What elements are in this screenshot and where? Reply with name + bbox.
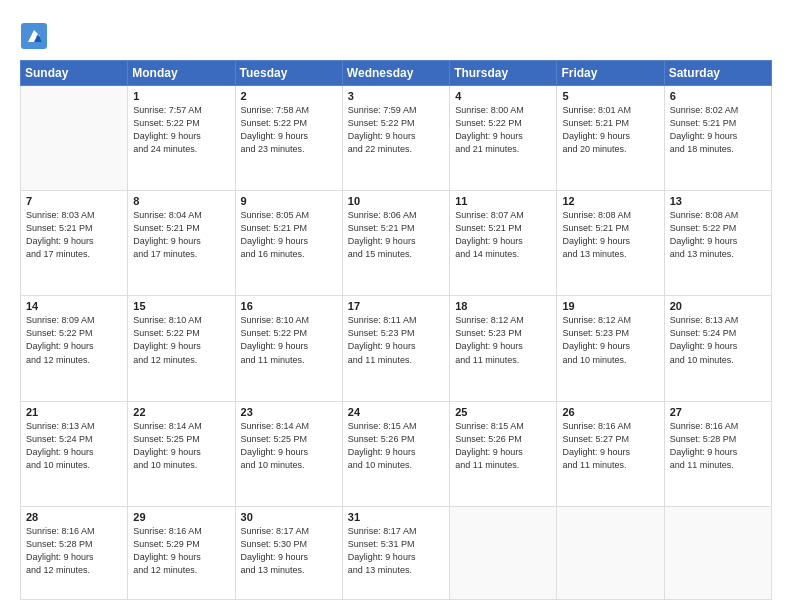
calendar-cell: 25Sunrise: 8:15 AM Sunset: 5:26 PM Dayli… (450, 401, 557, 506)
day-number: 31 (348, 511, 444, 523)
day-info: Sunrise: 8:13 AM Sunset: 5:24 PM Dayligh… (670, 314, 766, 366)
day-info: Sunrise: 8:17 AM Sunset: 5:31 PM Dayligh… (348, 525, 444, 577)
calendar-cell: 11Sunrise: 8:07 AM Sunset: 5:21 PM Dayli… (450, 191, 557, 296)
day-info: Sunrise: 8:16 AM Sunset: 5:28 PM Dayligh… (670, 420, 766, 472)
calendar-cell: 31Sunrise: 8:17 AM Sunset: 5:31 PM Dayli… (342, 506, 449, 599)
day-number: 28 (26, 511, 122, 523)
calendar-cell: 23Sunrise: 8:14 AM Sunset: 5:25 PM Dayli… (235, 401, 342, 506)
day-info: Sunrise: 8:03 AM Sunset: 5:21 PM Dayligh… (26, 209, 122, 261)
day-number: 21 (26, 406, 122, 418)
day-info: Sunrise: 8:15 AM Sunset: 5:26 PM Dayligh… (455, 420, 551, 472)
day-info: Sunrise: 8:10 AM Sunset: 5:22 PM Dayligh… (133, 314, 229, 366)
calendar-week-row: 21Sunrise: 8:13 AM Sunset: 5:24 PM Dayli… (21, 401, 772, 506)
day-info: Sunrise: 8:01 AM Sunset: 5:21 PM Dayligh… (562, 104, 658, 156)
calendar-cell: 15Sunrise: 8:10 AM Sunset: 5:22 PM Dayli… (128, 296, 235, 401)
page: SundayMondayTuesdayWednesdayThursdayFrid… (0, 0, 792, 612)
calendar-cell: 10Sunrise: 8:06 AM Sunset: 5:21 PM Dayli… (342, 191, 449, 296)
day-number: 3 (348, 90, 444, 102)
calendar-day-header: Monday (128, 61, 235, 86)
day-number: 24 (348, 406, 444, 418)
day-number: 17 (348, 300, 444, 312)
day-number: 8 (133, 195, 229, 207)
day-number: 4 (455, 90, 551, 102)
calendar-cell: 21Sunrise: 8:13 AM Sunset: 5:24 PM Dayli… (21, 401, 128, 506)
day-info: Sunrise: 8:02 AM Sunset: 5:21 PM Dayligh… (670, 104, 766, 156)
calendar-cell: 5Sunrise: 8:01 AM Sunset: 5:21 PM Daylig… (557, 86, 664, 191)
day-info: Sunrise: 8:13 AM Sunset: 5:24 PM Dayligh… (26, 420, 122, 472)
calendar-day-header: Thursday (450, 61, 557, 86)
day-number: 18 (455, 300, 551, 312)
calendar-day-header: Sunday (21, 61, 128, 86)
day-info: Sunrise: 8:14 AM Sunset: 5:25 PM Dayligh… (133, 420, 229, 472)
day-info: Sunrise: 8:15 AM Sunset: 5:26 PM Dayligh… (348, 420, 444, 472)
logo (20, 22, 52, 50)
day-info: Sunrise: 8:09 AM Sunset: 5:22 PM Dayligh… (26, 314, 122, 366)
day-info: Sunrise: 8:05 AM Sunset: 5:21 PM Dayligh… (241, 209, 337, 261)
day-info: Sunrise: 8:00 AM Sunset: 5:22 PM Dayligh… (455, 104, 551, 156)
calendar-cell: 24Sunrise: 8:15 AM Sunset: 5:26 PM Dayli… (342, 401, 449, 506)
calendar-cell: 4Sunrise: 8:00 AM Sunset: 5:22 PM Daylig… (450, 86, 557, 191)
day-info: Sunrise: 7:58 AM Sunset: 5:22 PM Dayligh… (241, 104, 337, 156)
day-info: Sunrise: 7:57 AM Sunset: 5:22 PM Dayligh… (133, 104, 229, 156)
calendar-header-row: SundayMondayTuesdayWednesdayThursdayFrid… (21, 61, 772, 86)
day-number: 7 (26, 195, 122, 207)
calendar-cell: 30Sunrise: 8:17 AM Sunset: 5:30 PM Dayli… (235, 506, 342, 599)
calendar-cell: 20Sunrise: 8:13 AM Sunset: 5:24 PM Dayli… (664, 296, 771, 401)
logo-icon (20, 22, 48, 50)
calendar-table: SundayMondayTuesdayWednesdayThursdayFrid… (20, 60, 772, 600)
calendar-cell: 18Sunrise: 8:12 AM Sunset: 5:23 PM Dayli… (450, 296, 557, 401)
day-number: 16 (241, 300, 337, 312)
calendar-cell: 27Sunrise: 8:16 AM Sunset: 5:28 PM Dayli… (664, 401, 771, 506)
calendar-cell: 3Sunrise: 7:59 AM Sunset: 5:22 PM Daylig… (342, 86, 449, 191)
calendar-cell: 7Sunrise: 8:03 AM Sunset: 5:21 PM Daylig… (21, 191, 128, 296)
calendar-week-row: 7Sunrise: 8:03 AM Sunset: 5:21 PM Daylig… (21, 191, 772, 296)
day-info: Sunrise: 8:12 AM Sunset: 5:23 PM Dayligh… (455, 314, 551, 366)
day-number: 22 (133, 406, 229, 418)
day-info: Sunrise: 8:08 AM Sunset: 5:21 PM Dayligh… (562, 209, 658, 261)
day-number: 23 (241, 406, 337, 418)
day-info: Sunrise: 8:14 AM Sunset: 5:25 PM Dayligh… (241, 420, 337, 472)
calendar-day-header: Wednesday (342, 61, 449, 86)
day-info: Sunrise: 8:10 AM Sunset: 5:22 PM Dayligh… (241, 314, 337, 366)
calendar-cell (21, 86, 128, 191)
calendar-cell: 16Sunrise: 8:10 AM Sunset: 5:22 PM Dayli… (235, 296, 342, 401)
day-number: 19 (562, 300, 658, 312)
calendar-cell (557, 506, 664, 599)
day-number: 14 (26, 300, 122, 312)
calendar-week-row: 1Sunrise: 7:57 AM Sunset: 5:22 PM Daylig… (21, 86, 772, 191)
calendar-cell: 19Sunrise: 8:12 AM Sunset: 5:23 PM Dayli… (557, 296, 664, 401)
day-info: Sunrise: 8:08 AM Sunset: 5:22 PM Dayligh… (670, 209, 766, 261)
calendar-cell: 1Sunrise: 7:57 AM Sunset: 5:22 PM Daylig… (128, 86, 235, 191)
day-info: Sunrise: 8:12 AM Sunset: 5:23 PM Dayligh… (562, 314, 658, 366)
calendar-day-header: Saturday (664, 61, 771, 86)
calendar-cell: 12Sunrise: 8:08 AM Sunset: 5:21 PM Dayli… (557, 191, 664, 296)
day-info: Sunrise: 8:07 AM Sunset: 5:21 PM Dayligh… (455, 209, 551, 261)
calendar-cell: 6Sunrise: 8:02 AM Sunset: 5:21 PM Daylig… (664, 86, 771, 191)
day-number: 30 (241, 511, 337, 523)
day-number: 12 (562, 195, 658, 207)
day-info: Sunrise: 8:17 AM Sunset: 5:30 PM Dayligh… (241, 525, 337, 577)
day-number: 2 (241, 90, 337, 102)
calendar-cell: 8Sunrise: 8:04 AM Sunset: 5:21 PM Daylig… (128, 191, 235, 296)
calendar-day-header: Friday (557, 61, 664, 86)
day-number: 20 (670, 300, 766, 312)
calendar-cell: 13Sunrise: 8:08 AM Sunset: 5:22 PM Dayli… (664, 191, 771, 296)
calendar-cell: 29Sunrise: 8:16 AM Sunset: 5:29 PM Dayli… (128, 506, 235, 599)
day-info: Sunrise: 7:59 AM Sunset: 5:22 PM Dayligh… (348, 104, 444, 156)
calendar-cell (664, 506, 771, 599)
day-number: 11 (455, 195, 551, 207)
calendar-cell: 2Sunrise: 7:58 AM Sunset: 5:22 PM Daylig… (235, 86, 342, 191)
calendar-cell: 28Sunrise: 8:16 AM Sunset: 5:28 PM Dayli… (21, 506, 128, 599)
calendar-cell: 14Sunrise: 8:09 AM Sunset: 5:22 PM Dayli… (21, 296, 128, 401)
calendar-week-row: 28Sunrise: 8:16 AM Sunset: 5:28 PM Dayli… (21, 506, 772, 599)
day-number: 27 (670, 406, 766, 418)
day-number: 6 (670, 90, 766, 102)
day-number: 26 (562, 406, 658, 418)
day-info: Sunrise: 8:16 AM Sunset: 5:27 PM Dayligh… (562, 420, 658, 472)
day-info: Sunrise: 8:16 AM Sunset: 5:29 PM Dayligh… (133, 525, 229, 577)
header (20, 18, 772, 50)
calendar-cell: 9Sunrise: 8:05 AM Sunset: 5:21 PM Daylig… (235, 191, 342, 296)
day-number: 15 (133, 300, 229, 312)
day-info: Sunrise: 8:11 AM Sunset: 5:23 PM Dayligh… (348, 314, 444, 366)
calendar-cell: 26Sunrise: 8:16 AM Sunset: 5:27 PM Dayli… (557, 401, 664, 506)
